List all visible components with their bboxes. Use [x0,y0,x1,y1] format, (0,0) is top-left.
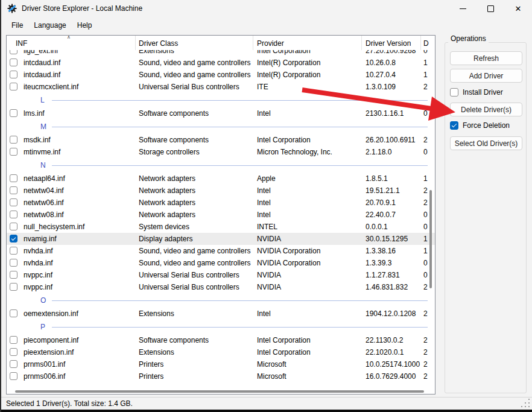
table-row[interactable]: lms.infSoftware componentsIntel2130.1.16… [7,107,435,119]
row-checkbox[interactable] [10,259,17,267]
select-old-drivers-button[interactable]: Select Old Driver(s) [450,136,522,150]
menu-bar: File Language Help [6,18,97,33]
delete-drivers-button[interactable]: Delete Driver(s) [450,103,522,116]
sort-ascending-icon: ∧ [67,35,71,40]
row-checkbox[interactable] [10,247,17,255]
row-checkbox[interactable] [10,360,17,368]
cell-d: 2 [423,197,428,209]
horizontal-scrollbar[interactable] [15,390,424,393]
add-driver-button[interactable]: Add Driver [450,69,522,83]
section-row-O: O [7,293,435,308]
cell-driver-version: 1.1.27.831 [366,269,400,281]
row-checkbox[interactable] [10,71,17,78]
cell-d: 1 [423,57,428,69]
maximize-button[interactable] [477,0,504,17]
resize-grip-icon[interactable] [521,399,530,407]
table-row[interactable]: iigd_ext.infExtensionsIntel Corporation2… [7,50,435,57]
cell-d: 0 [423,209,428,221]
row-checkbox[interactable] [10,271,17,279]
table-row-content: intcdaud.infSound, video and game contro… [7,57,435,69]
column-header-driver-class[interactable]: Driver Class [139,36,178,50]
cell-provider: NVIDIA Corporation [257,245,320,257]
row-checkbox[interactable] [10,50,17,54]
cell-inf: netaapl64.inf [24,173,65,185]
table-row[interactable]: intcdaud.infSound, video and game contro… [7,57,435,69]
column-header-inf[interactable]: INF [16,36,27,50]
table-row[interactable]: pieextension.infExtensionsIntel Corporat… [7,346,435,358]
cell-driver-class: Printers [139,370,163,382]
cell-provider: Intel Corporation [257,50,311,57]
vertical-scrollbar[interactable] [429,190,432,288]
force-deletion-label[interactable]: Force Deletion [463,121,510,130]
row-checkbox[interactable] [10,186,17,194]
row-checkbox[interactable] [10,223,17,230]
row-checkbox[interactable] [10,348,17,356]
table-row[interactable]: nvhda.infSound, video and game controlle… [7,245,435,257]
table-row[interactable]: null_hecisystem.infSystem devicesINTEL0.… [7,221,435,233]
install-driver-label[interactable]: Install Driver [463,88,503,97]
row-checkbox[interactable] [10,148,17,156]
cell-provider: Intel(R) Corporation [257,57,320,69]
row-checkbox[interactable] [10,309,17,317]
menu-help[interactable]: Help [72,19,98,31]
table-row[interactable]: netaapl64.infNetwork adaptersApple1.8.5.… [7,173,435,185]
row-checkbox[interactable] [10,198,17,206]
row-checkbox[interactable] [10,174,17,182]
cell-d: 0 [423,107,428,119]
table-row-content: netaapl64.infNetwork adaptersApple1.8.5.… [7,173,435,185]
menu-language[interactable]: Language [28,19,71,31]
cell-driver-version: 1904.12.0.1208 [366,308,416,320]
force-deletion-checkbox[interactable] [450,121,458,130]
cell-driver-class: Software components [139,107,209,119]
cell-d: 2 [423,185,428,197]
table-row[interactable]: mtinvme.infStorage controllersMicron Tec… [7,146,435,158]
column-header-d[interactable]: D [423,36,429,50]
operations-title: Operations [448,34,489,43]
table-row[interactable]: nvppc.infUniversal Serial Bus controller… [7,281,435,293]
row-checkbox[interactable] [10,283,17,291]
row-checkbox[interactable] [10,235,17,242]
row-checkbox[interactable] [10,372,17,380]
table-row[interactable]: netwtw04.infNetwork adaptersIntel19.51.2… [7,185,435,197]
column-header-provider[interactable]: Provider [257,36,284,50]
table-row[interactable]: iteucmcxclient.infUniversal Serial Bus c… [7,81,435,93]
table-row[interactable]: intcdaud.infSound, video and game contro… [7,69,435,81]
table-row[interactable]: nvhda.infSound, video and game controlle… [7,257,435,269]
table-row[interactable]: prnms006.infPrintersMicrosoft16.0.7629.4… [7,370,435,382]
table-row[interactable]: oemextension.infExtensionsIntel1904.12.0… [7,308,435,320]
cell-inf: intcdaud.inf [24,57,60,69]
row-checkbox[interactable] [10,211,17,218]
minimize-button[interactable] [449,0,477,17]
row-checkbox[interactable] [10,59,17,66]
row-checkbox[interactable] [10,336,17,344]
table-row[interactable]: msdk.infSoftware componentsIntel Corpora… [7,134,435,146]
close-button[interactable]: ✕ [504,0,532,17]
cell-driver-class: Printers [139,358,163,370]
row-checkbox[interactable] [10,109,17,117]
driver-list-panel: INF ∧ Driver Class Provider Driver Versi… [6,35,435,395]
table-row[interactable]: netwtw06.infNetwork adaptersIntel20.70.9… [7,197,435,209]
cell-d: 2 [423,370,428,382]
table-row[interactable]: prnms001.infPrintersMicrosoft10.0.25174.… [7,358,435,370]
table-row[interactable]: nvamig.infDisplay adaptersNVIDIA30.0.15.… [7,233,435,245]
cell-driver-version: 22.40.0.7 [366,209,396,221]
cell-provider: Intel [257,308,271,320]
cell-driver-class: Storage controllers [139,146,200,158]
minimize-icon [460,8,466,9]
menu-file[interactable]: File [6,19,28,31]
cell-driver-class: Sound, video and game controllers [139,69,250,81]
status-bar: Selected 1 Driver(s). Total size: 1.4 GB… [1,397,532,410]
row-checkbox[interactable] [10,136,17,144]
table-row[interactable]: piecomponent.infSoftware componentsIntel… [7,334,435,346]
cell-d: 2 [423,81,428,93]
cell-provider: Microsoft [257,370,287,382]
table-row[interactable]: netwtw08.infNetwork adaptersIntel22.40.0… [7,209,435,221]
install-driver-checkbox[interactable] [450,88,458,97]
cell-provider: Intel Corporation [257,134,311,146]
table-row[interactable]: nvppc.infUniversal Serial Bus controller… [7,269,435,281]
cell-d: 1 [423,245,428,257]
refresh-button[interactable]: Refresh [450,51,522,65]
section-row-N: N [7,158,435,173]
row-checkbox[interactable] [10,83,17,90]
column-header-driver-version[interactable]: Driver Version [366,36,411,50]
